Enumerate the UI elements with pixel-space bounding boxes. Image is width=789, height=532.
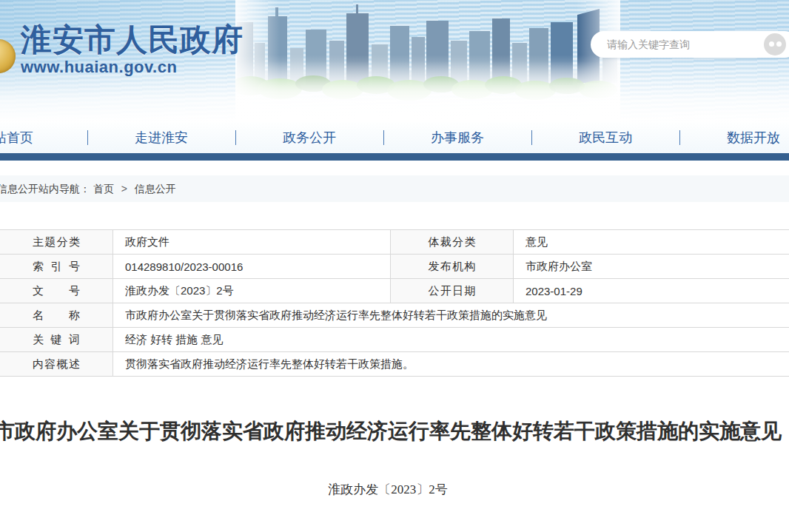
issuing-agency-label: 发布机构 — [391, 255, 514, 279]
genre-category-label: 体裁分类 — [391, 230, 514, 255]
keywords-value: 经济 好转 措施 意见 — [113, 328, 789, 352]
breadcrumb-prefix: 信息公开站内导航： — [0, 183, 90, 195]
site-brand[interactable]: 淮安市人民政府 www.huaian.gov.cn — [0, 22, 244, 76]
subject-category-label: 主题分类 — [0, 230, 113, 255]
breadcrumb-home-link[interactable]: 首页 — [93, 183, 114, 195]
meta-row-title: 名称 市政府办公室关于贯彻落实省政府推动经济运行率先整体好转若干政策措施的实施意… — [0, 303, 789, 328]
doc-number-label: 文号 — [0, 279, 113, 303]
golden-emblem-icon — [0, 39, 16, 73]
meta-row-category: 主题分类 政府文件 体裁分类 意见 — [0, 230, 789, 255]
breadcrumb: 信息公开站内导航： 首页 > 信息公开 — [0, 175, 789, 202]
index-number-label: 索引号 — [0, 255, 113, 279]
index-number-value: 014289810/2023-00016 — [113, 255, 391, 279]
search-input[interactable] — [591, 38, 764, 50]
doc-title-value: 市政府办公室关于贯彻落实省政府推动经济运行率先整体好转若干政策措施的实施意见 — [113, 303, 789, 328]
main-nav: 站首页 走进淮安 政务公开 办事服务 政民互动 数据开放 — [0, 122, 789, 153]
genre-category-value: 意见 — [514, 230, 789, 255]
site-name: 淮安市人民政府 — [21, 22, 244, 58]
article-title: 市政府办公室关于贯彻落实省政府推动经济运行率先整体好转若干政策措施的实施意见 — [0, 417, 782, 445]
nav-item-open-data[interactable]: 数据开放 — [679, 122, 789, 153]
document-meta-table: 主题分类 政府文件 体裁分类 意见 索引号 014289810/2023-000… — [0, 229, 789, 377]
publish-date-value: 2023-01-29 — [514, 279, 789, 303]
site-header: 淮安市人民政府 www.huaian.gov.cn — [0, 0, 789, 122]
meta-row-summary: 内容概述 贯彻落实省政府推动经济运行率先整体好转若干政策措施。 — [0, 352, 789, 377]
city-skyline-image — [235, 0, 620, 122]
nav-item-services[interactable]: 办事服务 — [383, 122, 531, 153]
nav-item-about-huaian[interactable]: 走进淮安 — [87, 122, 235, 153]
breadcrumb-separator: > — [121, 183, 127, 195]
breadcrumb-current-link[interactable]: 信息公开 — [135, 183, 176, 195]
subject-category-value: 政府文件 — [113, 230, 391, 255]
publish-date-label: 公开日期 — [391, 279, 514, 303]
summary-label: 内容概述 — [0, 352, 113, 377]
meta-row-index: 索引号 014289810/2023-00016 发布机构 市政府办公室 — [0, 255, 789, 279]
nav-item-home[interactable]: 站首页 — [0, 122, 87, 153]
nav-item-gov-affairs[interactable]: 政务公开 — [235, 122, 383, 153]
doc-title-label: 名称 — [0, 303, 113, 328]
keywords-label: 关键词 — [0, 328, 113, 352]
meta-row-docnum: 文号 淮政办发〔2023〕2号 公开日期 2023-01-29 — [0, 279, 789, 303]
robot-face-icon[interactable] — [764, 33, 786, 55]
brand-text: 淮安市人民政府 www.huaian.gov.cn — [21, 22, 244, 76]
nav-item-interaction[interactable]: 政民互动 — [531, 122, 679, 153]
browser-viewport: 淮安市人民政府 www.huaian.gov.cn 站首页 走进淮安 政务公开 … — [0, 0, 789, 532]
site-url: www.huaian.gov.cn — [21, 58, 244, 76]
meta-row-keywords: 关键词 经济 好转 措施 意见 — [0, 328, 789, 352]
doc-number-value: 淮政办发〔2023〕2号 — [113, 279, 391, 303]
page: 淮安市人民政府 www.huaian.gov.cn 站首页 走进淮安 政务公开 … — [0, 0, 789, 498]
nav-divider-bar — [0, 153, 789, 161]
issuing-agency-value: 市政府办公室 — [514, 255, 789, 279]
summary-value: 贯彻落实省政府推动经济运行率先整体好转若干政策措施。 — [113, 352, 789, 377]
search-box[interactable] — [591, 31, 789, 58]
article-doc-number: 淮政办发〔2023〕2号 — [0, 481, 782, 498]
